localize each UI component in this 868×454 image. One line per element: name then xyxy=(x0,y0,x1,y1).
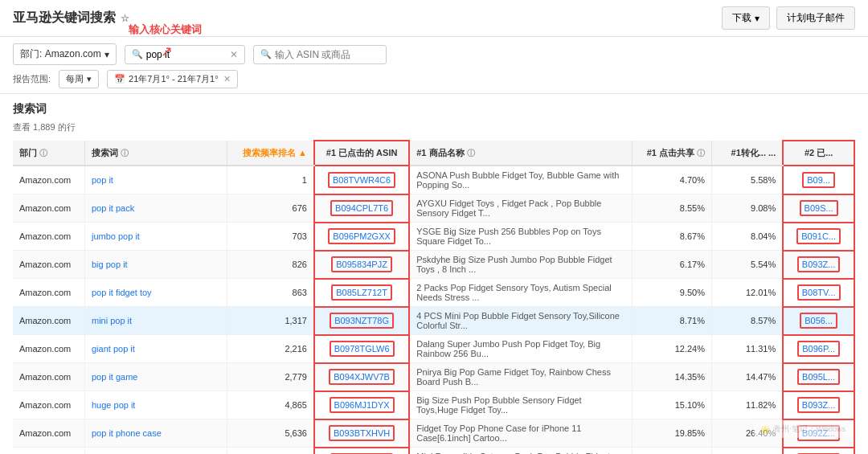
cell-keyword[interactable]: big pop it xyxy=(84,251,227,279)
cell-dept: Amazon.com xyxy=(13,419,84,448)
cell-asin1[interactable]: B096MJ1DYX xyxy=(314,391,409,419)
cell-keyword[interactable]: huge pop it xyxy=(84,391,227,419)
col-header-dept[interactable]: 部门 ⓘ xyxy=(13,141,84,166)
cell-asin2[interactable]: B093Z... xyxy=(783,391,854,419)
clear-date-icon[interactable]: ✕ xyxy=(223,74,231,84)
keywords-table: 部门 ⓘ 搜索词 ⓘ 搜索频率排名 ▲ #1 已点击的 ASIN xyxy=(13,140,855,454)
cell-dept: Amazon.com xyxy=(13,194,84,223)
cell-share1: 9.50% xyxy=(632,279,711,307)
table-row: Amazon.com huge pop it 4,865 B096MJ1DYX … xyxy=(13,391,854,419)
cell-keyword[interactable]: pop it phone case xyxy=(84,419,227,448)
cell-rank: 703 xyxy=(227,223,314,251)
cell-asin1[interactable]: B094XJWV7B xyxy=(314,363,409,391)
cell-asin2[interactable]: B08TV... xyxy=(783,279,854,307)
cell-keyword[interactable]: giant pop it xyxy=(84,335,227,363)
cell-asin2[interactable]: B096P... xyxy=(783,335,854,363)
table-header-row: 部门 ⓘ 搜索词 ⓘ 搜索频率排名 ▲ #1 已点击的 ASIN xyxy=(13,141,854,166)
period-label: 每周 xyxy=(66,73,84,85)
col-header-rank[interactable]: 搜索频率排名 ▲ xyxy=(227,141,314,166)
cell-conv1: ★2/mn xyxy=(712,448,784,455)
info-icon2[interactable]: ⓘ xyxy=(121,149,129,157)
cell-conv1: 9.08% xyxy=(712,194,784,223)
cell-name1: Fidget Toy Pop Phone Case for iPhone 11 … xyxy=(409,419,632,448)
app-container: 亚马逊关键词搜索 ☆ 下载 ▾ 计划电子邮件 部门: Amazon.com ▾ … xyxy=(0,0,868,454)
header-actions: 下载 ▾ 计划电子邮件 xyxy=(722,6,855,30)
chevron-down-icon: ▾ xyxy=(87,74,92,84)
date-range-picker[interactable]: 📅 21年7月1° - 21年7月1° ✕ xyxy=(107,70,238,88)
search-icon: 🔍 xyxy=(132,49,143,59)
cell-keyword[interactable]: pop it pack xyxy=(84,194,227,223)
watermark: 🌟 青州·笔记 | Windows xyxy=(754,420,852,438)
cell-name1: Mini Reversible Octopus Push Pop Bubble … xyxy=(409,448,632,455)
cell-name1: Dalang Super Jumbo Push Pop Fidget Toy, … xyxy=(409,335,632,363)
page-title: 亚马逊关键词搜索 ☆ xyxy=(13,10,129,27)
cell-dept: Amazon.com xyxy=(13,448,84,455)
cell-asin1[interactable]: B093BTXHVH xyxy=(314,419,409,448)
cell-keyword[interactable]: pop it xyxy=(84,166,227,194)
clear-search-icon[interactable]: ✕ xyxy=(230,49,238,60)
col-header-asin2[interactable]: #2 已... xyxy=(783,141,854,166)
section-subtitle: 查看 1,889 的行 xyxy=(0,120,868,140)
cell-asin2[interactable]: B091C... xyxy=(783,223,854,251)
cell-asin1[interactable]: B097LH92VT xyxy=(314,448,409,455)
table-row: Amazon.com mini pop it 1,317 B093NZT78G … xyxy=(13,307,854,335)
dept-selector[interactable]: 部门: Amazon.com ▾ xyxy=(13,43,117,65)
cell-asin2[interactable]: B093Z... xyxy=(783,251,854,279)
cell-keyword[interactable]: jumbo pop it xyxy=(84,223,227,251)
cell-asin2[interactable]: B09S... xyxy=(783,194,854,223)
info-icon[interactable]: ⓘ xyxy=(39,149,47,157)
info-icon4[interactable]: ⓘ xyxy=(697,149,705,157)
section-title: 搜索词 xyxy=(0,94,868,120)
period-selector[interactable]: 每周 ▾ xyxy=(59,70,99,88)
cell-keyword[interactable]: mini pop it xyxy=(84,307,227,335)
download-button[interactable]: 下载 ▾ xyxy=(722,6,770,30)
table-body: Amazon.com pop it 1 B08TVWR4C6 ASONA Pus… xyxy=(13,166,854,454)
asin-search-box: 🔍 xyxy=(253,45,387,64)
cell-keyword[interactable]: octopus pop it xyxy=(84,448,227,455)
table-row: Amazon.com octopus pop it 6,005 B097LH92… xyxy=(13,448,854,455)
cell-keyword[interactable]: pop it fidget toy xyxy=(84,279,227,307)
table-row: Amazon.com big pop it 826 B095834PJZ Psk… xyxy=(13,251,854,279)
cell-asin2[interactable]: B095L... xyxy=(783,363,854,391)
cell-conv1: 14.47% xyxy=(712,363,784,391)
cell-share1: 8.55% xyxy=(632,194,711,223)
cell-asin1[interactable]: B085LZ712T xyxy=(314,279,409,307)
cell-keyword[interactable]: pop it game xyxy=(84,363,227,391)
chevron-down-icon: ▾ xyxy=(755,13,760,24)
cell-asin1[interactable]: B096PM2GXX xyxy=(314,223,409,251)
cell-share1: 14.35% xyxy=(632,363,711,391)
cell-share1: 10.80% xyxy=(632,448,711,455)
cell-share1: 15.10% xyxy=(632,391,711,419)
table-row: Amazon.com pop it game 2,779 B094XJWV7B … xyxy=(13,363,854,391)
cell-asin1[interactable]: B094CPL7T6 xyxy=(314,194,409,223)
keyword-search-input[interactable] xyxy=(146,49,227,60)
cell-asin1[interactable]: B0978TGLW6 xyxy=(314,335,409,363)
col-header-asin1[interactable]: #1 已点击的 ASIN xyxy=(314,141,409,166)
col-header-keyword[interactable]: 搜索词 ⓘ xyxy=(84,141,227,166)
col-header-share1[interactable]: #1 点击共享 ⓘ xyxy=(632,141,711,166)
table-row: Amazon.com pop it phone case 5,636 B093B… xyxy=(13,419,854,448)
cell-dept: Amazon.com xyxy=(13,279,84,307)
cell-dept: Amazon.com xyxy=(13,251,84,279)
email-button[interactable]: 计划电子邮件 xyxy=(776,6,855,30)
search-icon2: 🔍 xyxy=(260,49,272,59)
cell-asin2[interactable]: B097L... xyxy=(783,448,854,455)
cell-asin1[interactable]: B08TVWR4C6 xyxy=(314,166,409,194)
table-row: Amazon.com pop it 1 B08TVWR4C6 ASONA Pus… xyxy=(13,166,854,194)
cell-dept: Amazon.com xyxy=(13,363,84,391)
cell-asin2[interactable]: B09... xyxy=(783,166,854,194)
star-icon[interactable]: ☆ xyxy=(121,13,129,24)
cell-asin2[interactable]: B056... xyxy=(783,307,854,335)
cell-asin1[interactable]: B093NZT78G xyxy=(314,307,409,335)
cell-share1: 12.24% xyxy=(632,335,711,363)
cell-dept: Amazon.com xyxy=(13,335,84,363)
cell-name1: Pskdyhe Big Size Push Jumbo Pop Bubble F… xyxy=(409,251,632,279)
cell-rank: 6,005 xyxy=(227,448,314,455)
col-header-conv1[interactable]: #1转化... ... xyxy=(712,141,784,166)
asin-search-input[interactable] xyxy=(275,49,379,60)
info-icon3[interactable]: ⓘ xyxy=(467,149,475,157)
col-header-name1[interactable]: #1 商品名称 ⓘ xyxy=(409,141,632,166)
cell-conv1: 5.58% xyxy=(712,166,784,194)
cell-asin1[interactable]: B095834PJZ xyxy=(314,251,409,279)
cell-dept: Amazon.com xyxy=(13,391,84,419)
